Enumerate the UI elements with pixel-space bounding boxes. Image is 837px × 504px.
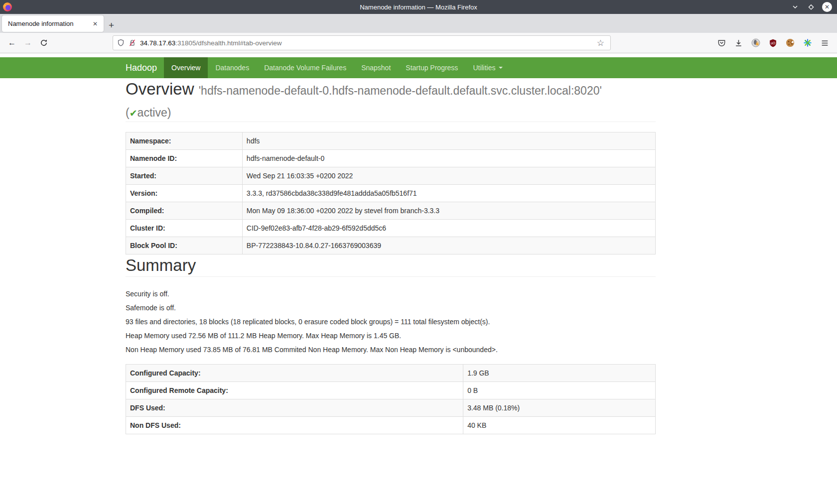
nav-item-overview[interactable]: Overview <box>164 57 208 78</box>
table-row: Namespace: hdfs <box>126 132 656 150</box>
window-titlebar: Namenode information — Mozilla Firefox ✕ <box>0 0 837 14</box>
url-host: 34.78.17.63 <box>140 39 175 47</box>
pocket-icon[interactable] <box>717 39 726 47</box>
new-tab-button[interactable]: + <box>104 20 119 33</box>
summary-paragraphs: Security is off. Safemode is off. 93 fil… <box>126 289 656 355</box>
table-row: Non DFS Used: 40 KB <box>126 416 656 434</box>
nav-item-snapshot[interactable]: Snapshot <box>354 57 398 78</box>
table-row: Configured Remote Capacity: 0 B <box>126 381 656 399</box>
extension-proxy-lock-icon[interactable] <box>751 38 760 47</box>
asterisk-extension-icon[interactable] <box>803 38 812 47</box>
chevron-down-icon <box>499 67 503 69</box>
forward-button[interactable]: → <box>20 38 36 47</box>
nav-item-startup-progress[interactable]: Startup Progress <box>398 57 465 78</box>
namenode-info-table: Namespace: hdfs Namenode ID: hdfs-nameno… <box>126 132 656 254</box>
back-button[interactable]: ← <box>4 38 20 47</box>
tab-title: Namenode information <box>8 20 91 27</box>
divider <box>126 276 656 277</box>
page-content: Hadoop Overview Datanodes Datanode Volum… <box>0 57 837 434</box>
status-badge: active) <box>138 106 171 119</box>
summary-heading: Summary <box>126 254 656 276</box>
overview-title: Overview <box>126 80 194 98</box>
table-row: Block Pool ID: BP-772238843-10.84.0.27-1… <box>126 237 656 254</box>
cookie-extension-icon[interactable] <box>786 38 795 47</box>
status-open-paren: ( <box>126 106 130 119</box>
close-window-icon[interactable]: ✕ <box>822 2 832 12</box>
hadoop-navbar: Hadoop Overview Datanodes Datanode Volum… <box>0 57 837 78</box>
window-title: Namenode information — Mozilla Firefox <box>0 3 837 11</box>
heap-memory-text: Heap Memory used 72.56 MB of 111.2 MB He… <box>126 331 656 341</box>
maximize-icon[interactable] <box>806 2 816 12</box>
table-row: Namenode ID: hdfs-namenode-default-0 <box>126 150 656 167</box>
security-status-text: Security is off. <box>126 289 656 299</box>
table-row: Cluster ID: CID-9ef02e83-afb7-4f28-ab29-… <box>126 220 656 237</box>
tab-close-icon[interactable]: ✕ <box>91 19 100 28</box>
active-check-icon: ✔ <box>130 108 138 119</box>
insecure-lock-icon[interactable] <box>129 39 136 47</box>
divider <box>126 122 656 122</box>
nav-item-utilities[interactable]: Utilities <box>465 57 510 78</box>
capacity-table: Configured Capacity: 1.9 GB Configured R… <box>126 364 656 434</box>
reload-button[interactable] <box>36 39 52 47</box>
table-row: Version: 3.3.3, rd37586cbda38c338d9fe481… <box>126 185 656 202</box>
table-row: Configured Capacity: 1.9 GB <box>126 364 656 381</box>
non-heap-memory-text: Non Heap Memory used 73.85 MB of 76.81 M… <box>126 345 656 355</box>
navbar-brand[interactable]: Hadoop <box>126 57 164 78</box>
tab-namenode-information[interactable]: Namenode information ✕ <box>2 15 104 32</box>
overview-heading: Overview 'hdfs-namenode-default-0.hdfs-n… <box>126 78 656 122</box>
nav-item-datanodes[interactable]: Datanodes <box>208 57 257 78</box>
ublock-origin-icon[interactable]: uO <box>769 39 777 47</box>
bookmark-star-icon[interactable]: ☆ <box>595 38 606 48</box>
url-bar[interactable]: 34.78.17.63 :31805/dfshealth.html#tab-ov… <box>113 35 611 50</box>
url-path: :31805/dfshealth.html#tab-overview <box>175 39 594 47</box>
nav-item-datanode-volume-failures[interactable]: Datanode Volume Failures <box>257 57 354 78</box>
filesystem-objects-text: 93 files and directories, 18 blocks (18 … <box>126 317 656 327</box>
table-row: Started: Wed Sep 21 16:03:35 +0200 2022 <box>126 167 656 185</box>
tab-strip: Namenode information ✕ + <box>0 14 837 33</box>
download-icon[interactable] <box>734 39 743 47</box>
shield-icon[interactable] <box>117 39 125 47</box>
firefox-logo-icon <box>2 2 12 12</box>
minimize-icon[interactable] <box>790 2 800 12</box>
table-row: Compiled: Mon May 09 18:36:00 +0200 2022… <box>126 202 656 220</box>
table-row: DFS Used: 3.48 MB (0.18%) <box>126 399 656 416</box>
browser-toolbar: ← → 34.78.17.63 :31805/dfshealth.html#ta… <box>0 33 837 53</box>
safemode-status-text: Safemode is off. <box>126 303 656 313</box>
svg-text:uO: uO <box>771 41 776 44</box>
menu-hamburger-icon[interactable] <box>821 39 829 47</box>
namenode-address: 'hdfs-namenode-default-0.hdfs-namenode-d… <box>199 84 602 97</box>
